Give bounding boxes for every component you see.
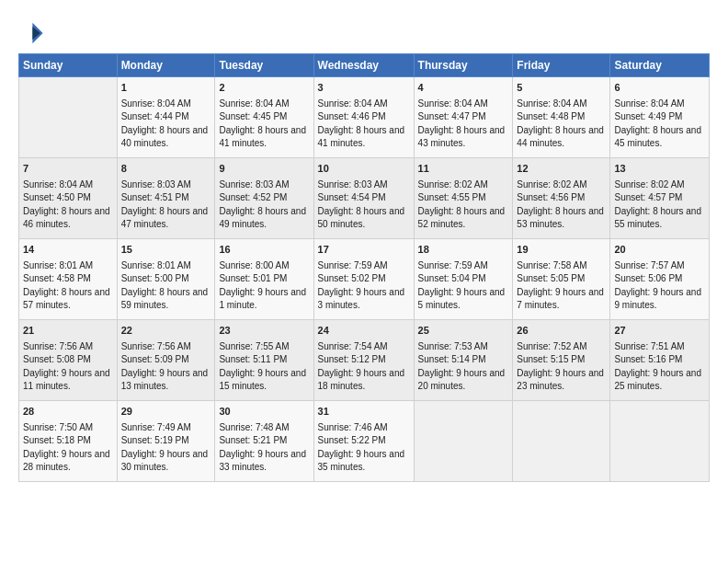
day-number: 5 — [517, 81, 606, 96]
sunrise-text: Sunrise: 8:02 AM — [614, 178, 705, 192]
day-number: 7 — [23, 162, 113, 177]
sunrise-text: Sunrise: 8:01 AM — [23, 259, 113, 273]
sunrise-text: Sunrise: 8:03 AM — [219, 178, 309, 192]
day-cell — [414, 401, 513, 482]
daylight-text: Daylight: 8 hours and 55 minutes. — [614, 205, 705, 232]
sunset-text: Sunset: 5:05 PM — [517, 272, 606, 286]
day-cell: 31Sunrise: 7:46 AMSunset: 5:22 PMDayligh… — [313, 401, 414, 482]
sunrise-text: Sunrise: 7:59 AM — [418, 259, 509, 273]
sunset-text: Sunset: 5:09 PM — [121, 353, 211, 367]
day-number: 28 — [23, 405, 113, 419]
day-cell: 23Sunrise: 7:55 AMSunset: 5:11 PMDayligh… — [215, 320, 313, 401]
daylight-text: Daylight: 8 hours and 41 minutes. — [318, 124, 410, 151]
sunrise-text: Sunrise: 8:04 AM — [121, 98, 211, 111]
day-cell: 19Sunrise: 7:58 AMSunset: 5:05 PMDayligh… — [513, 239, 610, 320]
sunset-text: Sunset: 5:02 PM — [318, 272, 410, 286]
daylight-text: Daylight: 8 hours and 40 minutes. — [121, 124, 211, 151]
sunset-text: Sunset: 5:04 PM — [418, 272, 509, 286]
day-number: 17 — [318, 243, 410, 258]
header-day-thursday: Thursday — [414, 54, 513, 77]
day-cell: 16Sunrise: 8:00 AMSunset: 5:01 PMDayligh… — [215, 239, 313, 320]
page: SundayMondayTuesdayWednesdayThursdayFrid… — [0, 0, 728, 563]
header-day-monday: Monday — [117, 54, 215, 77]
day-cell: 8Sunrise: 8:03 AMSunset: 4:51 PMDaylight… — [117, 158, 215, 239]
daylight-text: Daylight: 9 hours and 33 minutes. — [219, 448, 309, 475]
sunset-text: Sunset: 4:58 PM — [23, 272, 113, 286]
day-cell — [513, 401, 610, 482]
day-cell: 10Sunrise: 8:03 AMSunset: 4:54 PMDayligh… — [313, 158, 414, 239]
sunrise-text: Sunrise: 7:52 AM — [517, 340, 606, 354]
sunset-text: Sunset: 5:19 PM — [121, 434, 211, 448]
day-cell — [19, 77, 118, 158]
daylight-text: Daylight: 9 hours and 23 minutes. — [517, 367, 606, 394]
daylight-text: Daylight: 9 hours and 3 minutes. — [318, 286, 410, 313]
sunset-text: Sunset: 5:21 PM — [219, 434, 309, 448]
daylight-text: Daylight: 9 hours and 20 minutes. — [418, 367, 509, 394]
daylight-text: Daylight: 9 hours and 18 minutes. — [318, 367, 410, 394]
day-cell: 12Sunrise: 8:02 AMSunset: 4:56 PMDayligh… — [513, 158, 610, 239]
day-cell: 27Sunrise: 7:51 AMSunset: 5:16 PMDayligh… — [610, 320, 710, 401]
sunrise-text: Sunrise: 8:00 AM — [219, 259, 309, 273]
week-row-1: 7Sunrise: 8:04 AMSunset: 4:50 PMDaylight… — [19, 158, 710, 239]
daylight-text: Daylight: 9 hours and 7 minutes. — [517, 286, 606, 313]
day-cell: 29Sunrise: 7:49 AMSunset: 5:19 PMDayligh… — [117, 401, 215, 482]
day-number: 29 — [121, 405, 211, 419]
day-cell: 9Sunrise: 8:03 AMSunset: 4:52 PMDaylight… — [215, 158, 313, 239]
sunset-text: Sunset: 4:51 PM — [121, 191, 211, 205]
sunrise-text: Sunrise: 8:04 AM — [318, 98, 410, 111]
sunrise-text: Sunrise: 7:59 AM — [318, 259, 410, 273]
sunset-text: Sunset: 4:54 PM — [318, 191, 410, 205]
day-cell: 21Sunrise: 7:56 AMSunset: 5:08 PMDayligh… — [19, 320, 118, 401]
daylight-text: Daylight: 9 hours and 11 minutes. — [23, 367, 113, 394]
sunset-text: Sunset: 5:00 PM — [121, 272, 211, 286]
day-number: 1 — [121, 81, 211, 96]
day-number: 31 — [318, 405, 410, 419]
day-number: 22 — [121, 324, 211, 339]
sunrise-text: Sunrise: 8:01 AM — [121, 259, 211, 273]
week-row-2: 14Sunrise: 8:01 AMSunset: 4:58 PMDayligh… — [19, 239, 710, 320]
day-number: 16 — [219, 243, 309, 258]
daylight-text: Daylight: 8 hours and 49 minutes. — [219, 205, 309, 232]
day-cell: 20Sunrise: 7:57 AMSunset: 5:06 PMDayligh… — [610, 239, 710, 320]
sunset-text: Sunset: 4:48 PM — [517, 110, 606, 124]
sunrise-text: Sunrise: 7:56 AM — [121, 340, 211, 354]
sunrise-text: Sunrise: 7:58 AM — [517, 259, 606, 273]
daylight-text: Daylight: 8 hours and 53 minutes. — [517, 205, 606, 232]
day-cell: 5Sunrise: 8:04 AMSunset: 4:48 PMDaylight… — [513, 77, 610, 158]
header-day-friday: Friday — [513, 54, 610, 77]
daylight-text: Daylight: 8 hours and 41 minutes. — [219, 124, 309, 151]
day-number: 3 — [318, 81, 410, 96]
day-number: 19 — [517, 243, 606, 258]
day-number: 13 — [614, 162, 705, 177]
sunset-text: Sunset: 5:16 PM — [614, 353, 705, 367]
day-cell: 15Sunrise: 8:01 AMSunset: 5:00 PMDayligh… — [117, 239, 215, 320]
sunset-text: Sunset: 5:06 PM — [614, 272, 705, 286]
sunrise-text: Sunrise: 8:04 AM — [517, 98, 606, 111]
sunset-text: Sunset: 4:55 PM — [418, 191, 509, 205]
week-row-4: 28Sunrise: 7:50 AMSunset: 5:18 PMDayligh… — [19, 401, 710, 482]
header-day-sunday: Sunday — [19, 54, 118, 77]
day-number: 4 — [418, 81, 509, 96]
sunrise-text: Sunrise: 7:50 AM — [23, 421, 113, 435]
header-day-tuesday: Tuesday — [215, 54, 313, 77]
day-number: 10 — [318, 162, 410, 177]
header-row: SundayMondayTuesdayWednesdayThursdayFrid… — [19, 54, 710, 77]
sunrise-text: Sunrise: 7:46 AM — [318, 421, 410, 435]
day-cell: 7Sunrise: 8:04 AMSunset: 4:50 PMDaylight… — [19, 158, 118, 239]
daylight-text: Daylight: 8 hours and 57 minutes. — [23, 286, 113, 313]
header-day-wednesday: Wednesday — [313, 54, 414, 77]
daylight-text: Daylight: 9 hours and 13 minutes. — [121, 367, 211, 394]
sunrise-text: Sunrise: 7:49 AM — [121, 421, 211, 435]
daylight-text: Daylight: 9 hours and 9 minutes. — [614, 286, 705, 313]
sunset-text: Sunset: 4:45 PM — [219, 110, 309, 124]
day-cell: 24Sunrise: 7:54 AMSunset: 5:12 PMDayligh… — [313, 320, 414, 401]
day-cell: 26Sunrise: 7:52 AMSunset: 5:15 PMDayligh… — [513, 320, 610, 401]
daylight-text: Daylight: 9 hours and 5 minutes. — [418, 286, 509, 313]
day-number: 11 — [418, 162, 509, 177]
sunrise-text: Sunrise: 7:54 AM — [318, 340, 410, 354]
day-number: 9 — [219, 162, 309, 177]
sunrise-text: Sunrise: 7:48 AM — [219, 421, 309, 435]
sunrise-text: Sunrise: 8:02 AM — [517, 178, 606, 192]
sunset-text: Sunset: 5:15 PM — [517, 353, 606, 367]
sunrise-text: Sunrise: 8:04 AM — [219, 98, 309, 111]
